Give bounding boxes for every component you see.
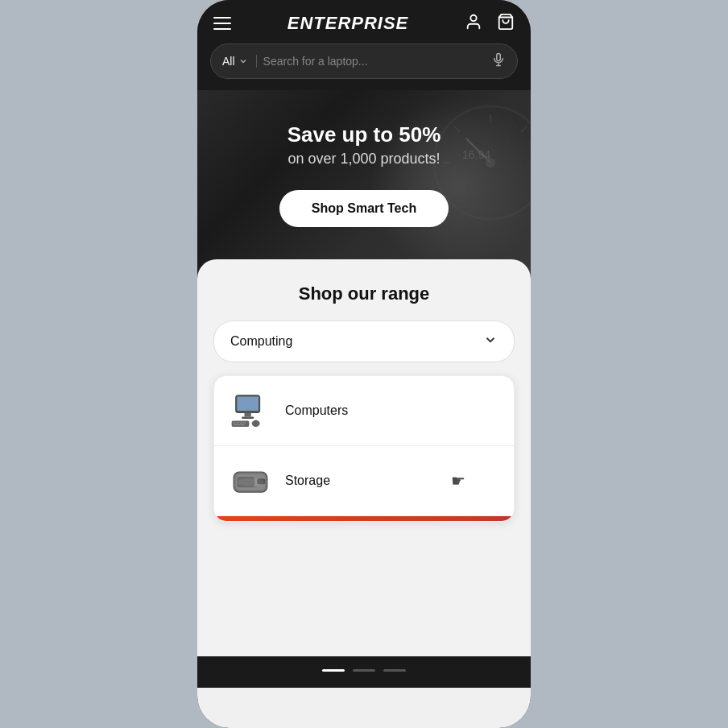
accent-bar (214, 516, 514, 521)
category-dropdown-list: Computers Sto (213, 375, 515, 522)
search-filter-dropdown[interactable]: All (222, 55, 257, 68)
navbar: ENTERPRISE (197, 0, 531, 43)
list-item[interactable]: Computers (214, 376, 514, 446)
chevron-down-icon (483, 333, 498, 350)
svg-rect-21 (237, 422, 239, 424)
storage-label: Storage (285, 474, 330, 488)
svg-rect-22 (240, 422, 242, 424)
hero-section: 16.94 Save up to 50% on over 1,000 produ… (197, 90, 531, 275)
nav-icons (465, 13, 515, 34)
range-title: Shop our range (213, 283, 515, 304)
hero-title: Save up to 50% (287, 122, 441, 147)
user-icon[interactable] (465, 13, 482, 34)
pagination-dot-2[interactable] (353, 669, 375, 672)
phone-frame: ENTERPRISE All (197, 0, 531, 728)
hero-subtitle: on over 1,000 products! (287, 151, 441, 168)
hero-decoration: 16.94 (370, 90, 531, 267)
svg-rect-20 (233, 422, 235, 424)
pagination (197, 656, 531, 688)
svg-rect-24 (234, 424, 244, 426)
computers-label: Computers (285, 403, 348, 418)
storage-icon (229, 459, 272, 503)
svg-rect-2 (497, 54, 501, 61)
svg-rect-17 (245, 413, 251, 417)
svg-rect-19 (232, 421, 250, 428)
hero-text: Save up to 50% on over 1,000 products! (287, 122, 441, 168)
hamburger-menu-button[interactable] (213, 17, 231, 30)
svg-line-13 (454, 126, 460, 132)
svg-point-9 (486, 158, 495, 168)
svg-line-14 (521, 126, 527, 132)
svg-rect-18 (242, 417, 254, 420)
svg-rect-16 (237, 397, 259, 412)
svg-point-31 (237, 478, 263, 486)
svg-point-0 (470, 15, 476, 21)
cart-icon[interactable] (497, 13, 515, 34)
filter-label: All (222, 55, 235, 68)
search-container: All Search for a laptop... (210, 43, 518, 79)
category-dropdown[interactable]: Computing (213, 321, 515, 362)
search-input[interactable]: Search for a laptop... (263, 55, 485, 68)
dropdown-label: Computing (230, 334, 292, 349)
pagination-dot-1[interactable] (322, 669, 345, 672)
cursor-indicator: ☛ (451, 471, 465, 490)
hero-cta-button[interactable]: Shop Smart Tech (279, 190, 449, 227)
computer-icon (229, 389, 272, 432)
pagination-dot-3[interactable] (383, 669, 406, 672)
mic-icon[interactable] (491, 52, 506, 70)
brand-logo: ENTERPRISE (287, 13, 409, 34)
list-item[interactable]: Storage ☛ (214, 446, 514, 516)
search-bar: All Search for a laptop... (197, 43, 531, 90)
svg-rect-23 (243, 422, 246, 424)
bottom-area (197, 688, 531, 728)
range-section: Shop our range Computing (197, 259, 531, 656)
